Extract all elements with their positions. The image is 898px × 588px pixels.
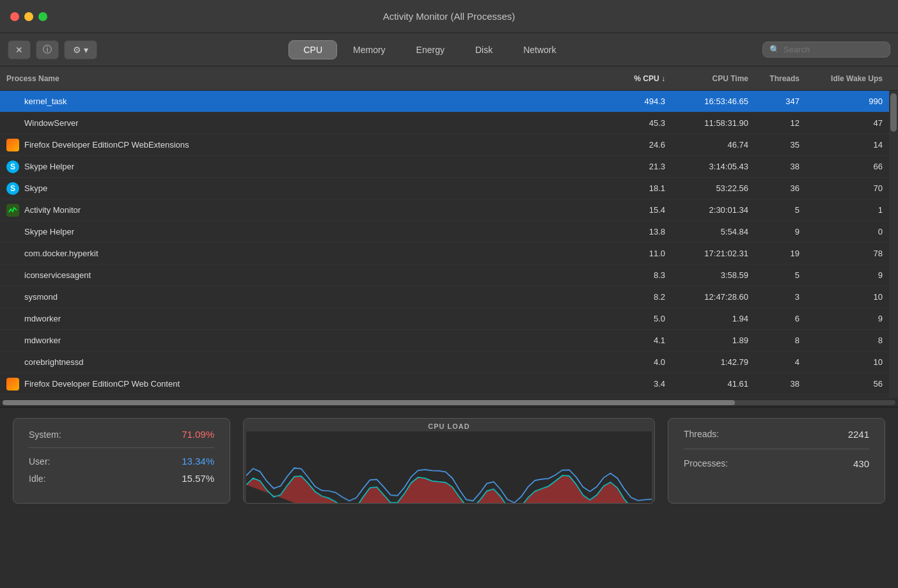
title-bar: Activity Monitor (All Processes): [0, 0, 898, 33]
generic-icon: [6, 269, 19, 282]
cell-name: mdworker: [6, 313, 595, 325]
cell-threads: 6: [748, 314, 800, 323]
stat-divider-2: [684, 449, 869, 449]
tab-memory[interactable]: Memory: [338, 40, 400, 59]
cell-cpu: 13.8: [595, 227, 665, 236]
cell-cpu: 4.0: [595, 357, 665, 367]
cell-cpu: 5.0: [595, 314, 665, 323]
cell-cputime: 46.74: [665, 140, 748, 150]
column-header-name[interactable]: Process Name: [6, 74, 595, 83]
table-row[interactable]: kernel_task 494.3 16:53:46.65 347 990: [0, 91, 889, 112]
table-row[interactable]: Activity Monitor 15.4 2:30:01.34 5 1: [0, 199, 889, 221]
cell-idlewake: 9: [800, 270, 883, 280]
table-header: Process Name % CPU ↓ CPU Time Threads Id…: [0, 66, 898, 91]
scrollbar-thumb-h: [3, 400, 735, 405]
cell-name: Firefox Developer EditionCP Web Content: [6, 378, 595, 391]
search-input[interactable]: [784, 45, 879, 54]
cell-cpu: 24.6: [595, 140, 665, 150]
table-row[interactable]: com.docker.hyperkit 11.0 17:21:02.31 19 …: [0, 243, 889, 265]
cell-threads: 5: [748, 270, 800, 280]
table-row[interactable]: iconservicesagent 8.3 3:58.59 5 9: [0, 265, 889, 286]
close-x-button[interactable]: ✕: [8, 40, 31, 59]
close-button[interactable]: [10, 12, 19, 21]
window-title: Activity Monitor (All Processes): [383, 11, 516, 22]
cell-name: iconservicesagent: [6, 269, 595, 282]
table-row[interactable]: mdworker 4.1 1.89 8 8: [0, 330, 889, 352]
column-header-cputime[interactable]: CPU Time: [665, 74, 748, 83]
generic-icon: [6, 313, 19, 325]
tabs-container: CPU Memory Energy Disk Network: [288, 40, 571, 59]
processes-stat-row: Processes: 430: [684, 458, 869, 469]
generic-icon: [6, 334, 19, 347]
cell-cputime: 53:22.56: [665, 183, 748, 193]
cell-name: com.docker.hyperkit: [6, 247, 595, 260]
cell-name: sysmond: [6, 291, 595, 304]
generic-icon: [6, 356, 19, 369]
info-button[interactable]: ⓘ: [36, 40, 59, 59]
toolbar: ✕ ⓘ ⚙ ▾ CPU Memory Energy Disk Network 🔍: [0, 33, 898, 66]
idle-value: 15.57%: [182, 473, 214, 484]
cell-cputime: 3:14:05.43: [665, 162, 748, 171]
firefox-icon: [6, 378, 19, 391]
cell-name: S Skype: [6, 182, 595, 195]
gear-button[interactable]: ⚙ ▾: [64, 40, 97, 59]
table-row[interactable]: Firefox Developer EditionCP WebExtension…: [0, 134, 889, 156]
generic-icon: [6, 291, 19, 304]
column-header-threads[interactable]: Threads: [748, 74, 800, 83]
table-row[interactable]: WindowServer 45.3 11:58:31.90 12 47: [0, 112, 889, 134]
cell-threads: 5: [748, 205, 800, 215]
maximize-button[interactable]: [38, 12, 47, 21]
cell-threads: 19: [748, 249, 800, 258]
threads-value: 2241: [848, 429, 869, 440]
scrollbar-thumb[interactable]: [890, 93, 897, 132]
cell-idlewake: 70: [800, 183, 883, 193]
user-label: User:: [29, 456, 50, 467]
tab-energy[interactable]: Energy: [402, 40, 459, 59]
cell-threads: 9: [748, 227, 800, 236]
table-row[interactable]: sysmond 8.2 12:47:28.60 3 10: [0, 286, 889, 308]
tab-disk[interactable]: Disk: [461, 40, 507, 59]
minimize-button[interactable]: [24, 12, 33, 21]
cell-cputime: 2:30:01.34: [665, 205, 748, 215]
table-row[interactable]: Firefox Developer EditionCP Web Content …: [0, 373, 889, 395]
cell-threads: 38: [748, 379, 800, 389]
search-icon: 🔍: [769, 45, 780, 54]
tab-network[interactable]: Network: [508, 40, 571, 59]
vertical-scrollbar[interactable]: [889, 91, 898, 398]
tab-cpu[interactable]: CPU: [288, 40, 337, 59]
cell-name: mdworker: [6, 334, 595, 347]
cell-name: kernel_task: [6, 95, 595, 108]
horizontal-scrollbar[interactable]: [0, 398, 898, 406]
user-value: 13.34%: [182, 456, 214, 467]
generic-icon: [6, 226, 19, 238]
cell-name: Activity Monitor: [6, 204, 595, 217]
table-row[interactable]: S Skype 18.1 53:22.56 36 70: [0, 178, 889, 199]
cell-idlewake: 990: [800, 97, 883, 106]
cpu-stats-right: Threads: 2241 Processes: 430: [668, 418, 885, 504]
window-controls: [10, 12, 47, 21]
cell-idlewake: 78: [800, 249, 883, 258]
table-row[interactable]: corebrightnessd 4.0 1:42.79 4 10: [0, 352, 889, 373]
cell-cputime: 11:58:31.90: [665, 118, 748, 128]
cell-threads: 35: [748, 140, 800, 150]
table-body[interactable]: kernel_task 494.3 16:53:46.65 347 990 Wi…: [0, 91, 889, 398]
threads-label: Threads:: [684, 429, 719, 440]
cell-cputime: 41.61: [665, 379, 748, 389]
cell-cpu: 11.0: [595, 249, 665, 258]
chart-title: CPU LOAD: [244, 419, 654, 431]
table-row[interactable]: Skype Helper 13.8 5:54.84 9 0: [0, 221, 889, 243]
table-row[interactable]: mdworker 5.0 1.94 6 9: [0, 308, 889, 330]
generic-icon: [6, 117, 19, 130]
column-header-cpu[interactable]: % CPU ↓: [595, 74, 665, 83]
cell-cputime: 5:54.84: [665, 227, 748, 236]
table-row[interactable]: S Skype Helper 21.3 3:14:05.43 38 66: [0, 156, 889, 178]
cell-cputime: 1.94: [665, 314, 748, 323]
cell-cpu: 21.3: [595, 162, 665, 171]
generic-icon: [6, 247, 19, 260]
skype-icon: S: [6, 160, 19, 173]
column-header-idlewake[interactable]: Idle Wake Ups: [800, 74, 883, 83]
cell-cputime: 12:47:28.60: [665, 292, 748, 302]
search-box[interactable]: 🔍: [762, 42, 890, 58]
threads-stat-row: Threads: 2241: [684, 429, 869, 440]
cell-idlewake: 14: [800, 140, 883, 150]
